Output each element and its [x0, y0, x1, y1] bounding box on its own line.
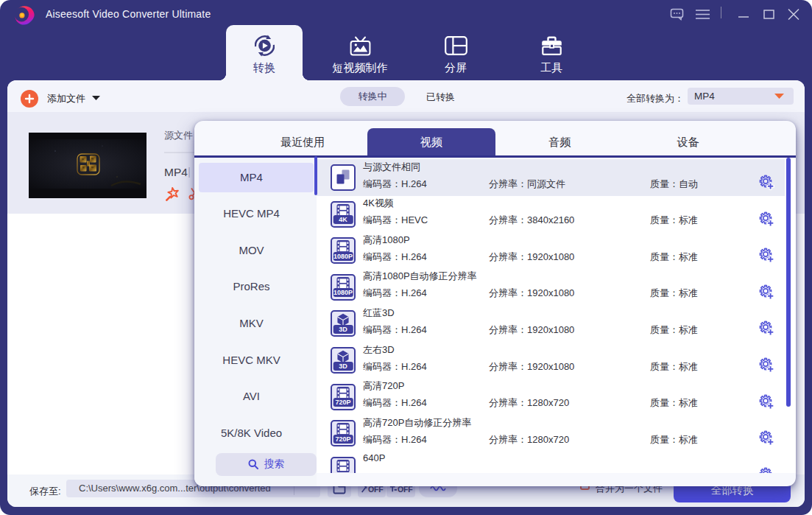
tab-split[interactable]: 分屏 — [408, 25, 504, 80]
source-file-label: 源文件 — [164, 129, 193, 142]
format-encoder: 编码器：HEVC — [363, 214, 428, 227]
pen-icon — [361, 486, 367, 493]
tab-clips[interactable]: 短视频制作 — [312, 25, 408, 80]
settings-gear-icon[interactable] — [759, 357, 774, 373]
tab-split-label: 分屏 — [445, 61, 467, 75]
settings-gear-icon[interactable] — [759, 430, 774, 446]
format-resolution: 分辨率：同源文件 — [489, 178, 565, 191]
titlebar-separator — [721, 7, 721, 18]
settings-gear-icon[interactable] — [759, 467, 774, 473]
settings-gear-icon[interactable] — [759, 284, 774, 300]
add-files-button[interactable]: 添加文件 — [47, 92, 85, 105]
output-format-dropdown[interactable]: MP4 — [688, 88, 794, 105]
format-resolution: 分辨率：1920x1080 — [489, 251, 574, 264]
sidebar-scrollbar[interactable] — [314, 156, 317, 195]
tab-tools[interactable]: 工具 — [504, 25, 599, 80]
settings-gear-icon[interactable] — [759, 175, 774, 190]
format-title: 高清720P自动修正分辨率 — [363, 416, 471, 430]
effect-icon[interactable] — [166, 187, 179, 201]
settings-gear-icon[interactable] — [759, 248, 774, 263]
format-title: 高清1080P自动修正分辨率 — [363, 270, 477, 283]
format-row[interactable]: 3D红蓝3D编码器：H.264分辨率：1920x1080质量：标准 — [317, 305, 796, 342]
format-badge: 720P — [333, 398, 353, 407]
format-film-icon: 4K — [331, 201, 356, 228]
format-resolution: 分辨率：1280x720 — [489, 396, 569, 410]
popup-tab-video[interactable]: 视频 — [367, 128, 496, 155]
format-quality: 质量：标准 — [650, 287, 698, 300]
format-row[interactable]: 与源文件相同编码器：H.264分辨率：同源文件质量：自动 — [317, 159, 796, 196]
format-encoder: 编码器：H.264 — [363, 396, 427, 410]
pin-icon — [389, 486, 397, 493]
format-quality: 质量：标准 — [650, 251, 698, 264]
sidebar-item-mkv[interactable]: MKV — [199, 309, 314, 338]
filter-converting[interactable]: 转换中 — [340, 87, 405, 106]
maximize-icon[interactable] — [760, 6, 777, 22]
feedback-icon[interactable] — [669, 6, 685, 22]
format-row[interactable]: 3D左右3D编码器：H.264分辨率：1920x1080质量：标准 — [317, 342, 796, 379]
format-encoder: 编码器：H.264 — [363, 360, 427, 374]
popup-body: MP4 HEVC MP4 MOV ProRes MKV HEVC MKV AVI… — [194, 158, 796, 487]
sidebar-item-mov[interactable]: MOV — [199, 236, 314, 265]
minimize-icon[interactable] — [735, 6, 752, 22]
video-thumbnail — [29, 133, 146, 198]
sidebar-item-5k8k[interactable]: 5K/8K Video — [199, 418, 314, 448]
title-bar: Aiseesoft Video Converter Ultimate — [0, 0, 812, 28]
list-scrollbar[interactable] — [786, 158, 791, 407]
format-row[interactable]: 4K4K视频编码器：HEVC分辨率：3840x2160质量：标准 — [317, 196, 796, 233]
format-film-icon — [331, 457, 356, 473]
menu-icon[interactable] — [694, 6, 710, 22]
sidebar-item-mp4[interactable]: MP4 — [199, 163, 314, 192]
sidebar-item-avi[interactable]: AVI — [199, 382, 314, 411]
popup-tab-recent[interactable]: 最近使用 — [239, 128, 367, 155]
format-row[interactable]: 720P高清720P自动修正分辨率编码器：H.264分辨率：1280x720质量… — [317, 415, 796, 452]
format-row[interactable]: 720P高清720P编码器：H.264分辨率：1280x720质量：标准 — [317, 379, 796, 416]
format-title: 左右3D — [363, 343, 395, 357]
format-encoder: 编码器：H.264 — [363, 178, 427, 191]
source-separator: | — [188, 165, 191, 178]
format-badge: 3D — [333, 325, 353, 334]
format-badge: 1080P — [333, 288, 353, 297]
format-resolution: 分辨率：1920x1080 — [489, 360, 574, 374]
format-encoder: 编码器：H.264 — [363, 323, 427, 337]
format-title: 与源文件相同 — [363, 161, 420, 174]
source-format: MP4 — [164, 166, 188, 179]
format-encoder: 编码器：H.264 — [363, 287, 427, 300]
convert-all-to-label: 全部转换为： — [626, 92, 684, 105]
settings-gear-icon[interactable] — [759, 320, 774, 336]
format-row[interactable]: 640P — [317, 452, 796, 473]
format-popup: 最近使用 视频 音频 设备 MP4 HEVC MP4 MOV ProRes MK… — [194, 121, 796, 486]
format-film-icon: 720P — [331, 384, 356, 410]
format-row[interactable]: 1080P高清1080P编码器：H.264分辨率：1920x1080质量：标准 — [317, 232, 796, 269]
close-icon[interactable] — [785, 6, 802, 22]
sidebar-item-hevc-mkv[interactable]: HEVC MKV — [199, 346, 314, 375]
format-title: 高清720P — [363, 379, 404, 393]
toolbox-icon — [541, 33, 562, 58]
format-row[interactable]: 1080P高清1080P自动修正分辨率编码器：H.264分辨率：1920x108… — [317, 269, 796, 306]
format-resolution: 分辨率：3840x2160 — [489, 214, 574, 227]
format-cube-icon: 3D — [331, 310, 356, 337]
sidebar-item-hevc-mp4[interactable]: HEVC MP4 — [199, 199, 314, 228]
format-title: 640P — [363, 452, 385, 463]
format-quality: 质量：标准 — [650, 323, 698, 337]
search-button[interactable]: 搜索 — [216, 453, 317, 476]
toolbar: 添加文件 转换中 已转换 全部转换为： MP4 — [7, 80, 805, 112]
tab-clips-label: 短视频制作 — [333, 61, 388, 75]
screen: Aiseesoft Video Converter Ultimate — [0, 0, 812, 515]
output-format-value: MP4 — [694, 91, 715, 102]
tv-icon — [350, 33, 371, 58]
format-encoder: 编码器：H.264 — [363, 433, 427, 446]
popup-tabs: 最近使用 视频 音频 设备 — [239, 128, 752, 155]
tab-convert[interactable]: 转换 — [216, 25, 312, 80]
settings-gear-icon[interactable] — [759, 394, 774, 410]
format-film-icon: 1080P — [331, 237, 356, 264]
search-label: 搜索 — [264, 458, 284, 471]
sidebar-item-prores[interactable]: ProRes — [199, 272, 314, 301]
format-quality: 质量：自动 — [650, 178, 698, 191]
settings-gear-icon[interactable] — [759, 211, 774, 227]
add-files-caret-icon[interactable] — [92, 96, 100, 100]
popup-tab-audio[interactable]: 音频 — [495, 128, 624, 155]
filter-converted[interactable]: 已转换 — [426, 91, 455, 104]
app-title: Aiseesoft Video Converter Ultimate — [46, 8, 211, 20]
popup-tab-device[interactable]: 设备 — [624, 128, 753, 155]
add-files-icon[interactable] — [21, 90, 38, 108]
